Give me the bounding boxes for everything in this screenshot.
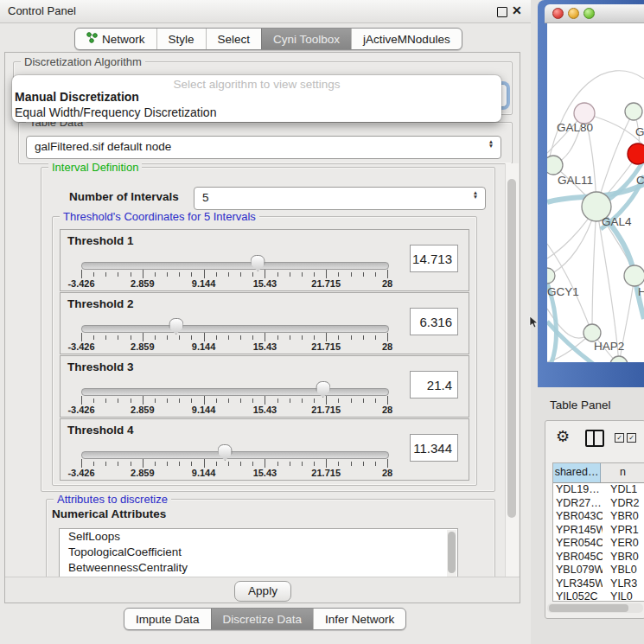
table-row[interactable]: YBL079WYBL0 <box>553 564 644 577</box>
apply-button[interactable]: Apply <box>234 581 291 602</box>
tab-label: Style <box>169 33 194 46</box>
gear-icon[interactable]: ⚙ <box>556 427 570 446</box>
network-edge[interactable] <box>592 207 596 333</box>
tick-label: 21.715 <box>311 468 341 478</box>
tab-cyni-toolbox[interactable]: Cyni Toolbox <box>261 29 351 49</box>
list-item-topologicalcoefficient[interactable]: TopologicalCoefficient <box>60 545 457 560</box>
tab-style[interactable]: Style <box>156 29 206 49</box>
checkbox-icon[interactable]: ✓ <box>615 433 624 443</box>
tick-mark <box>191 272 192 277</box>
threshold-row-3: Threshold 3-3.4262.8599.14415.4321.71528… <box>60 355 469 418</box>
tab-select[interactable]: Select <box>206 29 262 49</box>
tick-mark <box>240 335 241 340</box>
list-scrollbar[interactable] <box>447 530 456 577</box>
network-node[interactable] <box>547 268 555 284</box>
tick-labels: -3.4262.8599.14415.4321.71528 <box>81 468 387 478</box>
tab-network[interactable]: Network <box>75 29 156 49</box>
tick-label: 21.715 <box>311 278 341 289</box>
tick-mark <box>143 459 143 468</box>
panel-scrollbar[interactable] <box>505 163 519 577</box>
tab-label: Cyni Toolbox <box>273 33 340 46</box>
table-data-combobox[interactable]: galFiltered.sif default node ▲▼ <box>26 136 501 159</box>
table-row[interactable]: YBR045CYBR0 <box>553 551 644 564</box>
table-row[interactable]: YDR27…YDR2 <box>553 497 644 511</box>
slider-track[interactable] <box>81 262 389 270</box>
cyni-mode-tab-bar: Impute DataDiscretize DataInfer Network <box>124 608 406 630</box>
tab-infer-network[interactable]: Infer Network <box>313 609 405 629</box>
tab-jactivemnodules[interactable]: jActiveMNodules <box>351 29 462 49</box>
tick-mark <box>375 272 376 277</box>
network-canvas[interactable]: GAL80GALCGAL11GAL4GCY1HHAP2 <box>547 23 644 362</box>
slider-track[interactable] <box>81 388 389 396</box>
split-view-icon[interactable] <box>585 430 604 447</box>
threshold-row-4: Threshold 4-3.4262.8599.14415.4321.71528… <box>60 418 469 481</box>
network-node[interactable] <box>610 356 628 362</box>
cell-name: YLR3 <box>603 577 644 591</box>
tick-mark <box>81 333 82 341</box>
tick-mark <box>265 459 265 468</box>
tab-impute-data[interactable]: Impute Data <box>124 609 211 629</box>
tick-mark <box>326 270 327 278</box>
apply-strip: Apply <box>5 577 520 603</box>
table-row[interactable]: YIL052CYIL0 <box>553 590 644 602</box>
tick-mark <box>105 335 106 340</box>
tick-mark <box>290 272 290 277</box>
tick-mark <box>131 335 131 340</box>
tick-mark <box>143 333 143 341</box>
tick-mark <box>277 335 278 340</box>
table-row[interactable]: YBR043CYBR0 <box>553 510 644 524</box>
table-header: shared… n <box>553 463 644 483</box>
table-row[interactable]: YER054CYER0 <box>553 537 644 551</box>
tick-labels: -3.4262.8599.14415.4321.71528 <box>81 341 387 352</box>
threshold-value-field[interactable]: 11.344 <box>410 434 458 462</box>
stepper-icon: ▲▼ <box>487 139 495 148</box>
list-item-betweennesscentrality[interactable]: BetweennessCentrality <box>60 560 457 576</box>
dropdown-option-equal-width-frequency-discretization[interactable]: Equal Width/Frequency Discretization <box>15 105 216 119</box>
node-label-c: C <box>636 174 644 187</box>
network-node[interactable] <box>583 324 601 341</box>
tick-mark <box>105 462 106 466</box>
minimize-traffic-light-icon[interactable] <box>568 8 579 19</box>
network-node[interactable] <box>625 103 642 120</box>
stepper-icon: ▲▼ <box>471 190 480 199</box>
tick-mark <box>351 335 352 340</box>
table-data-value: galFiltered.sif default node <box>35 137 171 157</box>
table-row[interactable]: YLR345WYLR3 <box>553 577 644 591</box>
tick-mark <box>252 272 253 277</box>
slider-track[interactable] <box>81 451 389 459</box>
dropdown-option-manual-discretization[interactable]: Manual Discretization <box>15 90 139 104</box>
table-row[interactable]: YDL19…YDL1 <box>553 483 644 497</box>
table-horizontal-scrollbar[interactable] <box>547 603 643 613</box>
close-icon[interactable]: ✕ <box>512 3 522 17</box>
node-label-gal4: GAL4 <box>602 215 632 228</box>
tick-mark <box>387 396 388 405</box>
tick-mark <box>93 399 94 403</box>
scrollbar-thumb[interactable] <box>448 532 456 573</box>
table-data-group: Table Data galFiltered.sif default node … <box>18 122 513 164</box>
checkbox-icon[interactable]: ✓ <box>627 433 636 443</box>
table-row[interactable]: YPR145WYPR1 <box>553 524 644 538</box>
tick-mark <box>118 399 118 403</box>
threshold-value-field[interactable]: 6.316 <box>410 308 458 335</box>
network-node[interactable] <box>547 156 563 175</box>
threshold-value-field[interactable]: 21.4 <box>410 371 458 399</box>
column-header-shared-name[interactable]: shared… <box>553 463 601 482</box>
column-header-name[interactable]: n <box>601 463 644 482</box>
tick-mark <box>338 399 339 403</box>
numerical-attributes-list[interactable]: SelfLoopsTopologicalCoefficientBetweenne… <box>59 528 458 578</box>
network-node[interactable] <box>624 265 644 286</box>
tick-label: -3.426 <box>67 468 94 478</box>
tick-mark <box>81 459 82 468</box>
tab-discretize-data[interactable]: Discretize Data <box>211 609 314 629</box>
slider-track[interactable] <box>81 325 389 333</box>
scrollbar-thumb[interactable] <box>507 179 516 518</box>
list-item-selfloops[interactable]: SelfLoops <box>60 529 457 545</box>
float-window-icon[interactable] <box>497 7 507 17</box>
zoom-traffic-light-icon[interactable] <box>583 8 595 19</box>
node-table[interactable]: shared… n YDL19…YDL1YDR27…YDR2YBR043CYBR… <box>552 462 644 602</box>
threshold-value-field[interactable]: 14.713 <box>410 245 458 272</box>
close-traffic-light-icon[interactable] <box>552 8 564 19</box>
number-of-intervals-combobox[interactable]: 5 ▲▼ <box>194 187 486 210</box>
network-node[interactable] <box>628 143 644 164</box>
scrollbar-thumb[interactable] <box>549 604 628 612</box>
